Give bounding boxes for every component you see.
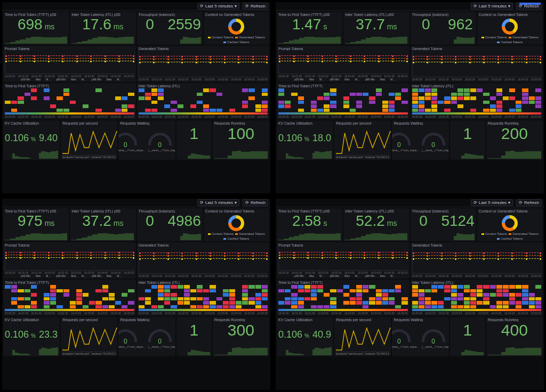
time-range-picker[interactable]: ⟳ Last 5 minutes ▾ xyxy=(471,3,513,10)
panel-ttft-heatmap[interactable]: Time to First Token (TTFT)16:00:3016:01:… xyxy=(277,83,410,119)
panel-itl-heatmap[interactable]: Inter Token Latency (ITL)16:00:3016:01:0… xyxy=(411,280,543,316)
panel-itl[interactable]: Inter Token Latency (ITL) p50 52.2ms xyxy=(343,208,409,241)
panel-kv-cache[interactable]: KV Cache Utilization 0.106% 18.0% xyxy=(277,120,333,160)
panel-throughput[interactable]: Throughput (tokens/s) 0 4986 xyxy=(137,208,203,241)
panel-rps[interactable]: Requests per second[endpoint:"service-po… xyxy=(61,317,117,356)
refresh-button[interactable]: ⟳ Refresh xyxy=(243,199,268,206)
dashboard-topbar: ⟳ Last 5 minutes ▾ ⟳ Refresh xyxy=(276,2,544,11)
panel-ttft-heatmap[interactable]: Time to First Token (TTFT)16:00:3016:01:… xyxy=(277,280,410,316)
panel-requests-running[interactable]: Requests Running 300 xyxy=(213,317,269,356)
time-range-picker[interactable]: ⟳ Last 5 minutes ▾ xyxy=(197,199,239,206)
panel-ttft-heatmap[interactable]: Time to First Token (TTFT)16:00:3016:01:… xyxy=(3,83,136,119)
panel-requests-running[interactable]: Requests Running 100 xyxy=(213,120,269,160)
panel-prompt-tokens[interactable]: Prompt Tokens16:00:3016:01:0016:01:3016:… xyxy=(277,242,410,279)
panel-ttft-heatmap[interactable]: Time to First Token (TTFT)16:00:3016:01:… xyxy=(3,280,136,316)
panel-waiting-stat[interactable]: 1 xyxy=(176,120,212,160)
panel-itl-heatmap[interactable]: Inter Token Latency (ITL)16:00:3016:01:0… xyxy=(411,83,543,119)
panel-generated-tokens[interactable]: Generated Tokens16:00:3016:01:0016:01:30… xyxy=(137,242,270,279)
panel-prompt-tokens[interactable]: Prompt Tokens16:00:3016:01:0016:01:3016:… xyxy=(3,46,136,82)
time-range-picker[interactable]: ⟳ Last 5 minutes ▾ xyxy=(471,199,513,206)
panel-itl-heatmap[interactable]: Inter Token Latency (ITL)16:00:3016:01:0… xyxy=(137,83,270,119)
panel-prompt-tokens[interactable]: Prompt Tokens16:00:3016:01:0016:01:3016:… xyxy=(277,46,410,82)
dashboard-q2: ⟳ Last 5 minutes ▾ ⟳ RefreshTime to Firs… xyxy=(276,2,544,193)
panel-itl[interactable]: Inter Token Latency (ITL) p50 37.2ms xyxy=(70,208,135,241)
panel-requests-running[interactable]: Requests Running 200 xyxy=(486,120,543,160)
dashboard-q3: ⟳ Last 5 minutes ▾ ⟳ RefreshTime to Firs… xyxy=(2,199,270,390)
dashboard-topbar: ⟳ Last 5 minutes ▾ ⟳ Refresh xyxy=(2,2,270,11)
panel-kv-cache[interactable]: KV Cache Utilization 0.106% 23.3% xyxy=(3,317,60,356)
panel-context-donut[interactable]: Context vs Generated Tokens Context Toke… xyxy=(477,12,543,45)
panel-throughput[interactable]: Throughput (tokens/s) 0 962 xyxy=(411,12,476,45)
panel-requests-running[interactable]: Requests Running 400 xyxy=(486,317,543,356)
refresh-button[interactable]: ⟳ Refresh xyxy=(243,3,268,10)
panel-context-donut[interactable]: Context vs Generated Tokens Context Toke… xyxy=(204,208,269,241)
panel-throughput[interactable]: Throughput (tokens/s) 0 5124 xyxy=(411,208,476,241)
panel-requests-waiting[interactable]: Requests Waiting 0{__name__="num_reque… … xyxy=(118,120,175,160)
time-range-picker[interactable]: ⟳ Last 5 minutes ▾ xyxy=(197,3,239,10)
panel-requests-waiting[interactable]: Requests Waiting 0{__name__="num_reque… … xyxy=(392,120,448,160)
panel-ttft[interactable]: Time to First Token (TTFT) p50 975ms xyxy=(3,208,69,241)
panel-rps[interactable]: Requests per second[endpoint:"service-po… xyxy=(334,317,391,356)
panel-kv-cache[interactable]: KV Cache Utilization 0.106% 9.40% xyxy=(3,120,60,160)
panel-requests-waiting[interactable]: Requests Waiting 0{__name__="num_reque… … xyxy=(118,317,175,356)
panel-itl[interactable]: Inter Token Latency (ITL) p50 37.7ms xyxy=(343,12,409,45)
panel-itl[interactable]: Inter Token Latency (ITL) p50 17.6ms xyxy=(70,12,135,45)
panel-rps[interactable]: Requests per second[endpoint:"service-po… xyxy=(61,120,117,160)
panel-prompt-tokens[interactable]: Prompt Tokens16:00:3016:01:0016:01:3016:… xyxy=(3,242,136,279)
panel-itl-heatmap[interactable]: Inter Token Latency (ITL)16:00:3016:01:0… xyxy=(137,280,270,316)
panel-ttft[interactable]: Time to First Token (TTFT) p50 1.47s xyxy=(277,12,342,45)
panel-generated-tokens[interactable]: Generated Tokens16:00:3016:01:0016:01:30… xyxy=(411,242,543,279)
panel-throughput[interactable]: Throughput (tokens/s) 0 2559 xyxy=(137,12,203,45)
panel-requests-waiting[interactable]: Requests Waiting 0{__name__="num_reque… … xyxy=(392,317,448,356)
panel-ttft[interactable]: Time to First Token (TTFT) p50 2.58s xyxy=(277,208,342,241)
panel-context-donut[interactable]: Context vs Generated Tokens Context Toke… xyxy=(204,12,269,45)
panel-context-donut[interactable]: Context vs Generated Tokens Context Toke… xyxy=(477,208,543,241)
panel-kv-cache[interactable]: KV Cache Utilization 0.106% 40.9% xyxy=(277,317,333,356)
dashboard-topbar: ⟳ Last 5 minutes ▾ ⟳ Refresh xyxy=(276,199,544,207)
panel-waiting-stat[interactable]: 1 xyxy=(450,317,485,356)
dashboard-q4: ⟳ Last 5 minutes ▾ ⟳ RefreshTime to Firs… xyxy=(276,199,544,390)
panel-waiting-stat[interactable]: 1 xyxy=(176,317,212,356)
panel-generated-tokens[interactable]: Generated Tokens16:00:3016:01:0016:01:30… xyxy=(411,46,543,82)
dashboard-topbar: ⟳ Last 5 minutes ▾ ⟳ Refresh xyxy=(2,199,270,207)
dashboard-q1: ⟳ Last 5 minutes ▾ ⟳ RefreshTime to Firs… xyxy=(2,2,270,193)
panel-ttft[interactable]: Time to First Token (TTFT) p50 698ms xyxy=(3,12,69,45)
panel-waiting-stat[interactable]: 1 xyxy=(450,120,485,160)
refresh-button[interactable]: ⟳ Refresh xyxy=(516,199,542,206)
panel-rps[interactable]: Requests per second[endpoint:"service-po… xyxy=(334,120,391,160)
panel-generated-tokens[interactable]: Generated Tokens16:00:3016:01:0016:01:30… xyxy=(137,46,270,82)
